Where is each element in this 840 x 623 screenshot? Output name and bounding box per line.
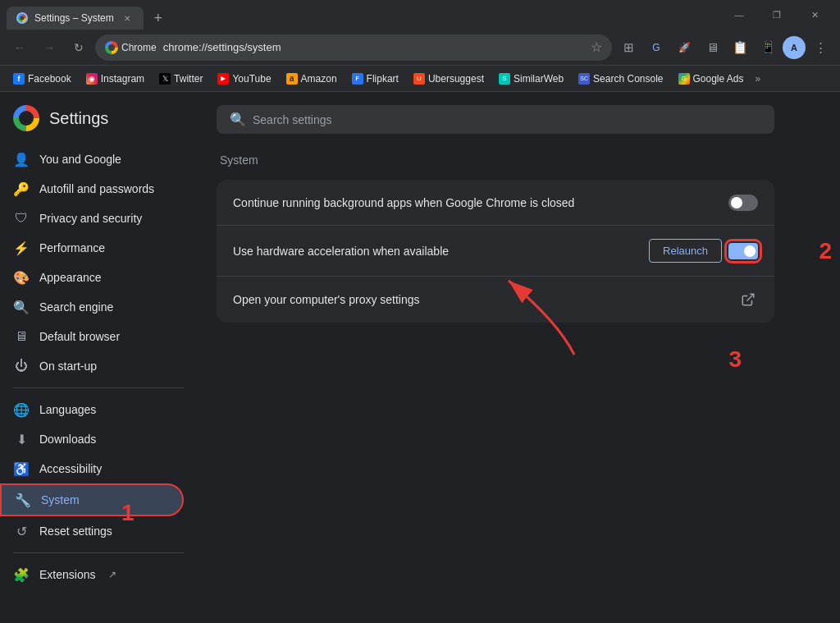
sidebar-item-system[interactable]: 🔧 System <box>0 483 184 516</box>
bookmarks-bar: f Facebook ◉ Instagram 𝕏 Twitter ▶ YouTu… <box>0 66 840 92</box>
googleads-icon: G <box>678 73 690 85</box>
tab-title: Settings – System <box>34 12 114 24</box>
extension-icon-4[interactable]: 📋 <box>727 34 753 61</box>
you-and-google-label: You and Google <box>39 153 121 166</box>
instagram-label: Instagram <box>101 73 144 85</box>
extensions-label: Extensions <box>39 568 95 581</box>
twitter-icon: 𝕏 <box>159 73 171 85</box>
refresh-button[interactable]: ↻ <box>66 34 92 61</box>
more-menu-button[interactable]: ⋮ <box>807 34 833 61</box>
bookmark-flipkart[interactable]: F Flipkart <box>345 71 405 86</box>
sidebar-item-extensions[interactable]: 🧩 Extensions ↗ <box>0 560 184 589</box>
sidebar-item-performance[interactable]: ⚡ Performance <box>0 233 184 263</box>
extension-icon-5[interactable]: 📱 <box>755 34 781 61</box>
forward-button[interactable]: → <box>36 34 62 61</box>
sidebar-item-search-engine[interactable]: 🔍 Search engine <box>0 292 184 322</box>
profile-avatar[interactable]: A <box>783 36 806 59</box>
sidebar-item-accessibility[interactable]: ♿ Accessibility <box>0 454 184 483</box>
performance-label: Performance <box>39 241 105 254</box>
sidebar-item-languages[interactable]: 🌐 Languages <box>0 395 184 424</box>
similarweb-label: SimilarWeb <box>514 73 564 85</box>
similarweb-icon: S <box>499 73 510 85</box>
sidebar: Settings 👤 You and Google 🔑 Autofill and… <box>0 92 197 623</box>
sidebar-scroll: 👤 You and Google 🔑 Autofill and password… <box>0 144 197 616</box>
bookmark-twitter[interactable]: 𝕏 Twitter <box>153 71 209 86</box>
extension-icon-3[interactable]: 🖥 <box>699 34 725 61</box>
privacy-label: Privacy and security <box>39 212 142 225</box>
hardware-acceleration-actions: Relaunch <box>649 239 758 263</box>
bookmark-instagram[interactable]: ◉ Instagram <box>80 71 151 86</box>
system-icon: 🔧 <box>15 492 31 508</box>
search-input[interactable] <box>253 113 761 126</box>
sidebar-item-on-startup[interactable]: ⏻ On start-up <box>0 351 184 381</box>
address-bar[interactable]: Chrome chrome://settings/system ☆ <box>95 34 612 61</box>
hardware-acceleration-label: Use hardware acceleration when available <box>233 245 649 258</box>
relaunch-button[interactable]: Relaunch <box>649 239 722 263</box>
tab-area: Settings – System ✕ + <box>0 0 720 30</box>
sidebar-item-reset-settings[interactable]: ↺ Reset settings <box>0 516 184 546</box>
sidebar-item-default-browser[interactable]: 🖥 Default browser <box>0 322 184 351</box>
sidebar-item-you-and-google[interactable]: 👤 You and Google <box>0 144 184 174</box>
autofill-label: Autofill and passwords <box>39 182 154 195</box>
bookmark-searchconsole[interactable]: SC Search Console <box>572 71 669 86</box>
bookmarks-more[interactable]: » <box>752 71 765 86</box>
background-apps-label: Continue running background apps when Go… <box>233 196 728 209</box>
tab-close-btn[interactable]: ✕ <box>121 11 134 25</box>
bookmark-star-icon[interactable]: ☆ <box>591 39 602 55</box>
bookmark-facebook[interactable]: f Facebook <box>7 71 78 86</box>
sidebar-item-downloads[interactable]: ⬇ Downloads <box>0 424 184 454</box>
tab-favicon <box>16 12 28 24</box>
search-engine-label: Search engine <box>39 300 113 314</box>
bookmark-googleads[interactable]: G Google Ads <box>672 71 751 86</box>
active-tab[interactable]: Settings – System ✕ <box>7 7 144 30</box>
accessibility-icon: ♿ <box>13 460 30 477</box>
googleads-label: Google Ads <box>693 73 744 85</box>
back-button[interactable]: ← <box>7 34 33 61</box>
svg-line-0 <box>747 294 754 300</box>
sidebar-item-autofill[interactable]: 🔑 Autofill and passwords <box>0 174 184 204</box>
you-and-google-icon: 👤 <box>13 151 30 167</box>
bookmark-youtube[interactable]: ▶ YouTube <box>211 71 277 86</box>
downloads-icon: ⬇ <box>13 431 30 447</box>
minimize-button[interactable]: — <box>720 0 758 30</box>
extensions-external-icon: ↗ <box>108 569 116 580</box>
reset-settings-icon: ↺ <box>13 523 30 539</box>
maximize-button[interactable]: ❐ <box>758 0 796 30</box>
instagram-icon: ◉ <box>86 73 98 85</box>
extension-icon-2[interactable]: 🚀 <box>671 34 697 61</box>
privacy-icon: 🛡 <box>13 210 30 227</box>
background-apps-actions <box>728 195 758 211</box>
close-button[interactable]: ✕ <box>796 0 833 30</box>
google-apps-button[interactable]: ⊞ <box>615 34 641 61</box>
bookmark-ubersuggest[interactable]: U Ubersuggest <box>407 71 491 86</box>
downloads-label: Downloads <box>39 433 96 446</box>
appearance-icon: 🎨 <box>13 269 30 286</box>
sidebar-item-appearance[interactable]: 🎨 Appearance <box>0 263 184 292</box>
settings-header: Settings <box>0 98 197 144</box>
annotation-3: 3 <box>728 346 742 373</box>
ubersuggest-label: Ubersuggest <box>428 73 484 85</box>
youtube-icon: ▶ <box>217 73 229 85</box>
bookmark-similarweb[interactable]: S SimilarWeb <box>492 71 570 86</box>
chrome-label: Chrome <box>121 42 157 53</box>
content-area: 🔍 System Continue running background app… <box>197 92 840 623</box>
hardware-acceleration-toggle[interactable] <box>728 243 758 259</box>
search-engine-icon: 🔍 <box>13 299 30 315</box>
sidebar-item-privacy[interactable]: 🛡 Privacy and security <box>0 204 184 233</box>
background-apps-toggle[interactable] <box>728 195 758 211</box>
proxy-label: Open your computer's proxy settings <box>233 293 738 306</box>
performance-icon: ⚡ <box>13 240 30 256</box>
extensions-icon: 🧩 <box>13 566 30 583</box>
sidebar-divider-2 <box>13 552 184 553</box>
toolbar: ← → ↻ Chrome chrome://settings/system ☆ … <box>0 30 840 66</box>
bookmark-amazon[interactable]: a Amazon <box>280 71 344 86</box>
sidebar-divider-1 <box>13 387 184 388</box>
searchconsole-icon: SC <box>578 73 590 85</box>
amazon-label: Amazon <box>301 73 337 85</box>
new-tab-button[interactable]: + <box>147 7 170 30</box>
settings-row-hardware-acceleration: Use hardware acceleration when available… <box>217 226 774 277</box>
extension-icon-1[interactable]: G <box>643 34 669 61</box>
proxy-external-link-icon[interactable] <box>738 290 758 309</box>
search-bar[interactable]: 🔍 <box>217 105 774 134</box>
reset-settings-label: Reset settings <box>39 525 112 538</box>
